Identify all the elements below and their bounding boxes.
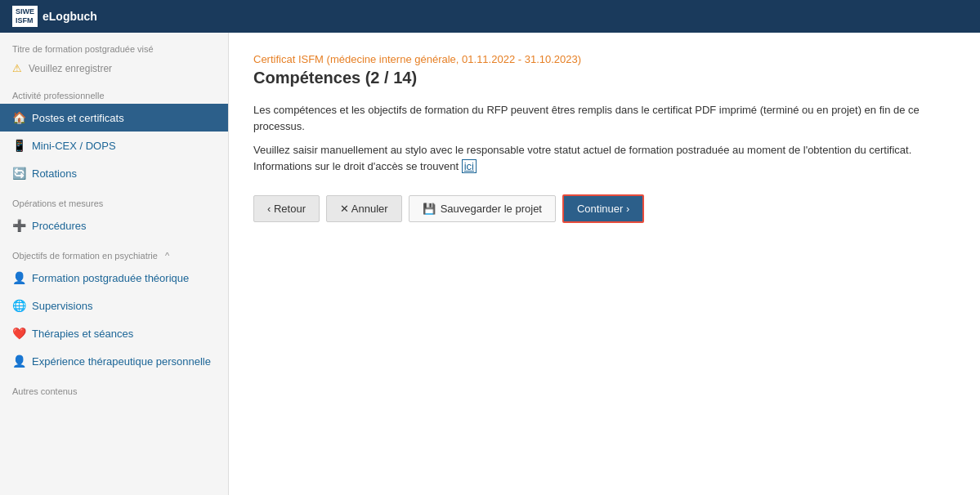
ici-link[interactable]: ici [462,159,477,173]
annuler-button[interactable]: ✕ Annuler [326,195,402,222]
retour-button[interactable]: ‹ Retour [253,195,320,222]
retour-label: ‹ Retour [267,203,306,215]
section-activite-label: Activité professionnelle [0,79,228,104]
content-description2: Veuillez saisir manuellement au stylo av… [253,142,955,174]
warning-label: Veuillez enregistrer [29,63,112,74]
save-icon: 💾 [423,203,436,215]
sidebar-item-experience[interactable]: 👤 Expérience thérapeutique personnelle [0,347,228,375]
section-formation-label: Titre de formation postgraduée visé [0,33,228,57]
warning-item: ⚠ Veuillez enregistrer [0,57,228,79]
sauvegarder-label: Sauvegarder le projet [441,203,542,215]
sidebar-item-postes-label: Postes et certificats [32,112,124,124]
sidebar-item-therapies[interactable]: ❤️ Thérapies et séances [0,319,228,347]
continuer-label: Continuer › [577,203,629,215]
sidebar-item-mini-cex-label: Mini-CEX / DOPS [32,140,116,152]
user-graduate-icon: 👤 [12,271,25,284]
user-icon: 👤 [12,355,25,368]
section-autres-label: Autres contenus [0,375,228,399]
sidebar-item-experience-label: Expérience thérapeutique personnelle [32,355,211,368]
action-buttons: ‹ Retour ✕ Annuler 💾 Sauvegarder le proj… [253,194,955,223]
sidebar-item-rotations[interactable]: 🔄 Rotations [0,159,228,187]
brand-label: eLogbuch [43,10,97,23]
section-objectifs-label: Objectifs de formation en psychiatrie ^ [0,239,228,264]
content-subtitle: Certificat ISFM (médecine interne généra… [253,53,955,65]
heart-icon: ❤️ [12,327,25,340]
home-icon: 🏠 [12,111,25,124]
phone-icon: 📱 [12,139,25,152]
annuler-label: ✕ Annuler [340,203,388,215]
warning-icon: ⚠ [12,62,22,74]
sidebar-item-postes-certificats[interactable]: 🏠 Postes et certificats [0,104,228,132]
brand: SIWE ISFM eLogbuch [12,6,97,27]
sidebar-item-supervisions[interactable]: 🌐 Supervisions [0,292,228,319]
rotation-icon: 🔄 [12,167,25,180]
sidebar-item-rotations-label: Rotations [32,167,77,180]
continuer-button[interactable]: Continuer › [562,194,644,223]
main-layout: Titre de formation postgraduée visé ⚠ Ve… [0,33,980,495]
content-description1: Les compétences et les objectifs de form… [253,102,955,134]
content-area: Certificat ISFM (médecine interne généra… [229,33,980,495]
sidebar-item-procedures[interactable]: ➕ Procédures [0,212,228,239]
section-operations-label: Opérations et mesures [0,187,228,212]
logo: SIWE ISFM [12,6,38,27]
plus-icon: ➕ [12,219,25,232]
navbar: SIWE ISFM eLogbuch [0,0,980,33]
content-desc2-note: Informations sur le droit d'accès se tro… [253,160,459,172]
sidebar-item-procedures-label: Procédures [32,220,86,232]
sidebar-item-mini-cex[interactable]: 📱 Mini-CEX / DOPS [0,132,228,159]
content-title: Compétences (2 / 14) [253,69,955,87]
sidebar-item-formation-theorique[interactable]: 👤 Formation postgraduée théorique [0,264,228,292]
sidebar-item-formation-theorique-label: Formation postgraduée théorique [32,272,189,284]
sauvegarder-button[interactable]: 💾 Sauvegarder le projet [409,195,556,222]
content-desc2-text: Veuillez saisir manuellement au stylo av… [253,144,911,156]
globe-icon: 🌐 [12,299,25,312]
sidebar-item-supervisions-label: Supervisions [32,300,92,312]
sidebar-item-therapies-label: Thérapies et séances [32,328,133,340]
sidebar: Titre de formation postgraduée visé ⚠ Ve… [0,33,229,495]
